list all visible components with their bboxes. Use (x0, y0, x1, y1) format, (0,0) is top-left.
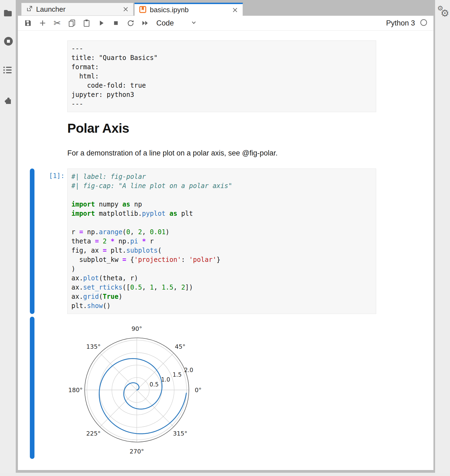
close-icon[interactable] (232, 7, 238, 13)
yaml-editor[interactable]: ---title: "Quarto Basics"format: html: c… (67, 40, 376, 112)
notebook-content: ---title: "Quarto Basics"format: html: c… (18, 31, 433, 470)
extension-manager-icon[interactable] (3, 96, 13, 106)
tab-launcher-label: Launcher (36, 5, 65, 14)
restart-kernel-button[interactable] (123, 17, 138, 29)
execution-prompt: [1]: (34, 169, 67, 314)
paste-cells-button[interactable] (79, 17, 94, 29)
output-cell: 0°45°90°135°180°225°270°315°0.51.01.52.0 (18, 317, 433, 464)
svg-text:1.0: 1.0 (161, 376, 170, 383)
input-collapser[interactable] (30, 169, 34, 314)
svg-text:45°: 45° (175, 343, 185, 350)
notebook-icon (139, 6, 147, 14)
cut-cells-button[interactable]: ✂ (50, 17, 65, 29)
chevron-down-icon (190, 19, 197, 27)
left-activity-bar (0, 0, 16, 473)
tab-launcher[interactable]: Launcher (21, 3, 134, 16)
table-of-contents-icon[interactable] (3, 66, 12, 75)
svg-text:2.0: 2.0 (184, 367, 193, 373)
cell-type-dropdown[interactable]: Code (156, 19, 197, 27)
insert-cell-button[interactable] (35, 17, 50, 29)
launcher-icon (26, 5, 33, 13)
svg-text:225°: 225° (86, 430, 101, 437)
code-editor[interactable]: #| label: fig-polar#| fig-cap: "A line p… (67, 169, 376, 314)
tab-bar: Launcher basics.ipynb (18, 3, 433, 16)
kernel-indicator[interactable]: Python 3 (386, 19, 427, 27)
markdown-heading: Polar Axis (67, 121, 433, 135)
cell-type-value: Code (156, 19, 174, 27)
markdown-paragraph: For a demonstration of a line plot on a … (67, 148, 433, 158)
main-panel: Launcher basics.ipynb (18, 3, 433, 470)
run-cell-button[interactable] (94, 17, 109, 29)
notebook-toolbar: ✂ Code (18, 16, 433, 31)
restart-run-all-button[interactable] (138, 17, 153, 29)
right-sidebar: ⚙ ⚙ (435, 0, 450, 473)
kernel-status-icon (420, 19, 427, 27)
save-button[interactable] (21, 17, 35, 29)
polar-chart: 0°45°90°135°180°225°270°315°0.51.01.52.0 (64, 317, 210, 463)
svg-text:135°: 135° (86, 343, 101, 350)
svg-text:270°: 270° (130, 448, 144, 455)
svg-text:0°: 0° (195, 387, 202, 394)
tab-notebook[interactable]: basics.ipynb (134, 3, 243, 16)
interrupt-kernel-button[interactable] (109, 17, 123, 29)
kernel-name: Python 3 (386, 19, 415, 27)
running-sessions-icon[interactable] (3, 36, 14, 48)
output-collapser[interactable] (30, 317, 34, 459)
copy-cells-button[interactable] (65, 17, 79, 29)
property-inspector-gears-icon[interactable]: ⚙ ⚙ (435, 0, 450, 22)
svg-text:315°: 315° (173, 430, 187, 437)
svg-text:1.5: 1.5 (173, 372, 182, 378)
code-cell: [1]: #| label: fig-polar#| fig-cap: "A l… (18, 169, 433, 314)
polar-plot-output: 0°45°90°135°180°225°270°315°0.51.01.52.0 (64, 317, 210, 464)
close-icon[interactable] (122, 6, 129, 12)
status-bar (0, 473, 450, 476)
svg-text:0.5: 0.5 (150, 381, 159, 388)
svg-text:180°: 180° (68, 387, 83, 394)
tab-notebook-label: basics.ipynb (150, 6, 189, 14)
raw-cell: ---title: "Quarto Basics"format: html: c… (18, 40, 433, 112)
svg-text:90°: 90° (132, 325, 142, 332)
file-browser-icon[interactable] (3, 8, 13, 19)
